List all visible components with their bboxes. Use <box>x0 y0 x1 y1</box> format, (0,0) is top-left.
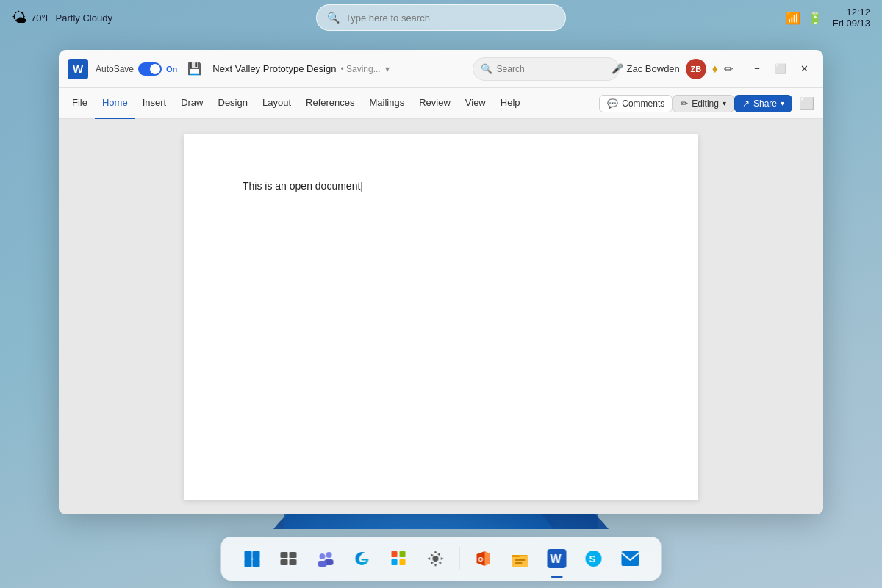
svg-rect-13 <box>290 559 297 565</box>
weather-condition: Partly Cloudy <box>56 12 112 24</box>
taskbar-separator <box>459 547 460 570</box>
svg-rect-8 <box>245 559 252 567</box>
title-search-input[interactable] <box>497 64 607 74</box>
autosave-label: AutoSave <box>96 64 134 74</box>
pen-icon[interactable]: ✏ <box>724 62 734 76</box>
tab-file[interactable]: File <box>65 88 95 119</box>
taskbar-start-button[interactable] <box>236 542 268 575</box>
premium-icon: ♦ <box>712 62 718 76</box>
tab-view[interactable]: View <box>458 88 493 119</box>
clock-date: Fri 09/13 <box>833 18 870 29</box>
svg-rect-21 <box>400 559 406 565</box>
svg-point-16 <box>319 553 326 560</box>
windows-logo-icon <box>243 550 261 567</box>
share-icon: ↗ <box>742 98 750 109</box>
battery-icon: 🔋 <box>808 11 822 25</box>
tab-help[interactable]: Help <box>493 88 528 119</box>
taskbar-taskview-button[interactable] <box>273 542 305 575</box>
taskbar-search-container: 🔍 <box>316 4 566 31</box>
tab-review[interactable]: Review <box>412 88 458 119</box>
svg-rect-31 <box>622 551 639 566</box>
taskbar-skype-button[interactable]: S <box>578 542 610 575</box>
svg-point-14 <box>326 552 332 558</box>
svg-text:W: W <box>551 553 562 565</box>
weather-temp: 70°F <box>31 12 51 24</box>
clock: 12:12 Fri 09/13 <box>833 7 870 29</box>
system-icons: 📶 🔋 <box>786 11 822 25</box>
share-button[interactable]: ↗ Share ▾ <box>734 95 792 112</box>
doc-text: This is an open document <box>243 180 360 192</box>
svg-rect-18 <box>392 551 398 557</box>
quick-access-icon[interactable]: 💾 <box>184 60 205 77</box>
user-name: Zac Bowden <box>627 63 680 74</box>
share-dropdown-icon: ▾ <box>781 99 784 107</box>
autosave-on-label: On <box>166 65 177 74</box>
user-avatar[interactable]: ZB <box>686 59 706 79</box>
voice-search-icon[interactable]: 🎤 <box>612 63 623 74</box>
svg-rect-6 <box>245 551 252 559</box>
svg-rect-7 <box>253 551 260 559</box>
desktop: 🌤 70°F Partly Cloudy 🔍 📶 🔋 12:12 Fri 09/… <box>0 0 882 588</box>
taskbar-office-button[interactable]: O <box>467 542 500 575</box>
word-logo-icon: W <box>68 59 88 79</box>
taskbar-explorer-button[interactable] <box>504 542 537 575</box>
close-button[interactable]: ✕ <box>794 59 814 79</box>
tab-design[interactable]: Design <box>211 88 255 119</box>
taskbar-teams-button[interactable] <box>309 542 342 575</box>
taskbar-bottom: O W S <box>221 537 662 581</box>
present-icon[interactable]: ⬜ <box>797 96 817 110</box>
svg-rect-25 <box>515 559 526 561</box>
mail-icon <box>621 550 640 567</box>
taskbar-search-icon: 🔍 <box>327 12 340 24</box>
settings-icon <box>426 549 445 568</box>
title-dropdown-icon[interactable]: ▾ <box>385 64 390 74</box>
doc-page: This is an open document <box>184 134 698 500</box>
svg-point-22 <box>433 556 439 562</box>
svg-rect-17 <box>318 561 327 567</box>
title-bar: W AutoSave On 💾 Next Valley Prototype De… <box>59 50 823 88</box>
tab-draw[interactable]: Draw <box>173 88 210 119</box>
teams-icon <box>316 549 335 568</box>
svg-text:O: O <box>478 556 484 563</box>
title-bar-search-container[interactable]: 🔍 🎤 <box>473 57 620 81</box>
weather-widget: 🌤 70°F Partly Cloudy <box>12 10 112 26</box>
doc-area[interactable]: This is an open document <box>59 119 823 514</box>
svg-rect-11 <box>290 552 297 558</box>
svg-rect-20 <box>392 559 398 565</box>
system-tray: 📶 🔋 12:12 Fri 09/13 <box>786 7 870 29</box>
store-icon <box>390 549 409 568</box>
taskbar-settings-button[interactable] <box>420 542 452 575</box>
skype-icon: S <box>584 549 603 568</box>
wifi-icon: 📶 <box>786 11 800 25</box>
editing-label: Editing <box>692 98 719 109</box>
office-icon: O <box>474 549 493 568</box>
editing-button[interactable]: ✏ Editing ▾ <box>673 95 734 112</box>
maximize-button[interactable]: ⬜ <box>770 59 791 79</box>
tab-insert[interactable]: Insert <box>135 88 174 119</box>
svg-rect-26 <box>515 562 523 564</box>
tab-references[interactable]: References <box>298 88 362 119</box>
taskbar-word-button[interactable]: W <box>541 542 573 575</box>
taskbar-search-input[interactable] <box>345 12 555 24</box>
title-search-icon: 🔍 <box>481 63 492 74</box>
window-controls: − ⬜ ✕ <box>747 59 814 79</box>
svg-rect-19 <box>400 551 406 557</box>
clock-time: 12:12 <box>833 7 870 18</box>
tab-mailings[interactable]: Mailings <box>362 88 412 119</box>
taskbar-edge-button[interactable] <box>346 542 379 575</box>
svg-text:S: S <box>589 553 596 564</box>
doc-title: Next Valley Prototype Design <box>212 63 336 74</box>
weather-icon: 🌤 <box>12 10 26 26</box>
tab-home[interactable]: Home <box>95 88 135 119</box>
comments-icon: 💬 <box>607 98 618 109</box>
word-app-icon: W <box>548 549 567 568</box>
taskbar-store-button[interactable] <box>383 542 415 575</box>
taskbar-mail-button[interactable] <box>614 542 647 575</box>
autosave-toggle[interactable] <box>138 62 162 76</box>
file-explorer-icon <box>511 549 530 568</box>
comments-button[interactable]: 💬 Comments <box>599 95 673 112</box>
doc-content[interactable]: This is an open document <box>243 178 639 194</box>
taskbar-search-bar[interactable]: 🔍 <box>316 4 566 31</box>
minimize-button[interactable]: − <box>747 59 767 79</box>
tab-layout[interactable]: Layout <box>255 88 298 119</box>
